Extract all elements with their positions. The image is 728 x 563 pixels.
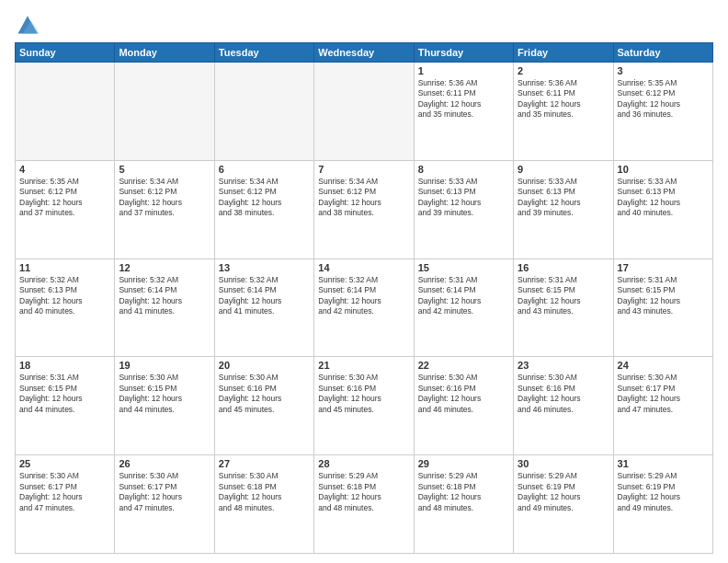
- calendar-header-monday: Monday: [115, 43, 214, 63]
- calendar-cell: 26Sunrise: 5:30 AM Sunset: 6:17 PM Dayli…: [115, 455, 214, 554]
- calendar-cell: 30Sunrise: 5:29 AM Sunset: 6:19 PM Dayli…: [514, 455, 613, 554]
- day-info: Sunrise: 5:29 AM Sunset: 6:19 PM Dayligh…: [618, 471, 709, 513]
- day-info: Sunrise: 5:32 AM Sunset: 6:14 PM Dayligh…: [219, 275, 310, 317]
- day-number: 19: [119, 360, 210, 371]
- calendar-header-wednesday: Wednesday: [314, 43, 414, 63]
- calendar-header-friday: Friday: [514, 43, 613, 63]
- day-info: Sunrise: 5:35 AM Sunset: 6:12 PM Dayligh…: [19, 177, 110, 219]
- calendar-cell: [115, 63, 214, 161]
- day-number: 4: [19, 164, 110, 175]
- calendar-week-row: 18Sunrise: 5:31 AM Sunset: 6:15 PM Dayli…: [16, 357, 713, 455]
- calendar-cell: 9Sunrise: 5:33 AM Sunset: 6:13 PM Daylig…: [514, 160, 613, 259]
- calendar-cell: 29Sunrise: 5:29 AM Sunset: 6:18 PM Dayli…: [414, 455, 513, 554]
- day-info: Sunrise: 5:30 AM Sunset: 6:17 PM Dayligh…: [618, 373, 709, 415]
- day-info: Sunrise: 5:30 AM Sunset: 6:16 PM Dayligh…: [318, 373, 409, 415]
- day-info: Sunrise: 5:32 AM Sunset: 6:14 PM Dayligh…: [119, 275, 210, 317]
- day-number: 12: [119, 262, 210, 273]
- day-number: 25: [19, 458, 110, 469]
- calendar-cell: 3Sunrise: 5:35 AM Sunset: 6:12 PM Daylig…: [613, 63, 712, 161]
- day-number: 3: [618, 65, 709, 76]
- day-number: 17: [618, 262, 709, 273]
- calendar-cell: 14Sunrise: 5:32 AM Sunset: 6:14 PM Dayli…: [314, 259, 414, 357]
- calendar-header-thursday: Thursday: [414, 43, 513, 63]
- day-number: 26: [119, 458, 210, 469]
- calendar-cell: 1Sunrise: 5:36 AM Sunset: 6:11 PM Daylig…: [414, 63, 513, 161]
- calendar-cell: 2Sunrise: 5:36 AM Sunset: 6:11 PM Daylig…: [514, 63, 613, 161]
- calendar-header-sunday: Sunday: [16, 43, 115, 63]
- day-info: Sunrise: 5:34 AM Sunset: 6:12 PM Dayligh…: [318, 177, 409, 219]
- day-number: 2: [518, 65, 609, 76]
- day-info: Sunrise: 5:34 AM Sunset: 6:12 PM Dayligh…: [219, 177, 310, 219]
- calendar-week-row: 1Sunrise: 5:36 AM Sunset: 6:11 PM Daylig…: [16, 63, 713, 161]
- calendar-cell: 25Sunrise: 5:30 AM Sunset: 6:17 PM Dayli…: [16, 455, 115, 554]
- day-number: 8: [418, 164, 509, 175]
- day-info: Sunrise: 5:30 AM Sunset: 6:16 PM Dayligh…: [518, 373, 609, 415]
- day-number: 6: [219, 164, 310, 175]
- day-number: 27: [219, 458, 310, 469]
- calendar-cell: [214, 63, 313, 161]
- day-number: 21: [318, 360, 409, 371]
- day-info: Sunrise: 5:35 AM Sunset: 6:12 PM Dayligh…: [618, 78, 709, 121]
- day-info: Sunrise: 5:36 AM Sunset: 6:11 PM Dayligh…: [518, 78, 609, 121]
- day-number: 31: [618, 458, 709, 469]
- day-number: 23: [518, 360, 609, 371]
- day-number: 15: [418, 262, 509, 273]
- day-number: 14: [318, 262, 409, 273]
- day-info: Sunrise: 5:33 AM Sunset: 6:13 PM Dayligh…: [518, 177, 609, 219]
- calendar-cell: 13Sunrise: 5:32 AM Sunset: 6:14 PM Dayli…: [214, 259, 313, 357]
- calendar-cell: 23Sunrise: 5:30 AM Sunset: 6:16 PM Dayli…: [514, 357, 613, 455]
- calendar-cell: 11Sunrise: 5:32 AM Sunset: 6:13 PM Dayli…: [16, 259, 115, 357]
- calendar-week-row: 25Sunrise: 5:30 AM Sunset: 6:17 PM Dayli…: [16, 455, 713, 554]
- page-container: SundayMondayTuesdayWednesdayThursdayFrid…: [0, 0, 728, 563]
- calendar-cell: 15Sunrise: 5:31 AM Sunset: 6:14 PM Dayli…: [414, 259, 513, 357]
- calendar-cell: 28Sunrise: 5:29 AM Sunset: 6:18 PM Dayli…: [314, 455, 414, 554]
- day-info: Sunrise: 5:29 AM Sunset: 6:18 PM Dayligh…: [318, 471, 409, 513]
- day-number: 30: [518, 458, 609, 469]
- day-number: 1: [418, 65, 509, 76]
- calendar-cell: 31Sunrise: 5:29 AM Sunset: 6:19 PM Dayli…: [613, 455, 712, 554]
- calendar-cell: 6Sunrise: 5:34 AM Sunset: 6:12 PM Daylig…: [214, 160, 313, 259]
- calendar-cell: 21Sunrise: 5:30 AM Sunset: 6:16 PM Dayli…: [314, 357, 414, 455]
- day-number: 5: [119, 164, 210, 175]
- day-number: 20: [219, 360, 310, 371]
- logo-icon: [15, 11, 40, 37]
- page-header: [15, 11, 713, 37]
- day-number: 29: [418, 458, 509, 469]
- day-info: Sunrise: 5:31 AM Sunset: 6:15 PM Dayligh…: [518, 275, 609, 317]
- calendar-cell: 4Sunrise: 5:35 AM Sunset: 6:12 PM Daylig…: [16, 160, 115, 259]
- calendar-table: SundayMondayTuesdayWednesdayThursdayFrid…: [15, 42, 713, 554]
- day-number: 28: [318, 458, 409, 469]
- day-info: Sunrise: 5:34 AM Sunset: 6:12 PM Dayligh…: [119, 177, 210, 219]
- calendar-cell: 20Sunrise: 5:30 AM Sunset: 6:16 PM Dayli…: [214, 357, 313, 455]
- calendar-cell: [16, 63, 115, 161]
- calendar-cell: 27Sunrise: 5:30 AM Sunset: 6:18 PM Dayli…: [214, 455, 313, 554]
- day-info: Sunrise: 5:30 AM Sunset: 6:17 PM Dayligh…: [119, 471, 210, 513]
- calendar-cell: 24Sunrise: 5:30 AM Sunset: 6:17 PM Dayli…: [613, 357, 712, 455]
- day-number: 18: [19, 360, 110, 371]
- day-info: Sunrise: 5:30 AM Sunset: 6:16 PM Dayligh…: [219, 373, 310, 415]
- day-info: Sunrise: 5:30 AM Sunset: 6:15 PM Dayligh…: [119, 373, 210, 415]
- day-number: 16: [518, 262, 609, 273]
- day-info: Sunrise: 5:30 AM Sunset: 6:16 PM Dayligh…: [418, 373, 509, 415]
- calendar-week-row: 11Sunrise: 5:32 AM Sunset: 6:13 PM Dayli…: [16, 259, 713, 357]
- day-info: Sunrise: 5:33 AM Sunset: 6:13 PM Dayligh…: [418, 177, 509, 219]
- calendar-header-row: SundayMondayTuesdayWednesdayThursdayFrid…: [16, 43, 713, 63]
- day-number: 13: [219, 262, 310, 273]
- day-info: Sunrise: 5:29 AM Sunset: 6:19 PM Dayligh…: [518, 471, 609, 513]
- day-info: Sunrise: 5:31 AM Sunset: 6:15 PM Dayligh…: [618, 275, 709, 317]
- calendar-cell: 16Sunrise: 5:31 AM Sunset: 6:15 PM Dayli…: [514, 259, 613, 357]
- calendar-cell: 22Sunrise: 5:30 AM Sunset: 6:16 PM Dayli…: [414, 357, 513, 455]
- calendar-header-saturday: Saturday: [613, 43, 712, 63]
- day-info: Sunrise: 5:36 AM Sunset: 6:11 PM Dayligh…: [418, 78, 509, 121]
- calendar-cell: 18Sunrise: 5:31 AM Sunset: 6:15 PM Dayli…: [16, 357, 115, 455]
- day-info: Sunrise: 5:31 AM Sunset: 6:14 PM Dayligh…: [418, 275, 509, 317]
- day-number: 24: [618, 360, 709, 371]
- day-info: Sunrise: 5:31 AM Sunset: 6:15 PM Dayligh…: [19, 373, 110, 415]
- calendar-cell: 7Sunrise: 5:34 AM Sunset: 6:12 PM Daylig…: [314, 160, 414, 259]
- day-info: Sunrise: 5:32 AM Sunset: 6:14 PM Dayligh…: [318, 275, 409, 317]
- calendar-week-row: 4Sunrise: 5:35 AM Sunset: 6:12 PM Daylig…: [16, 160, 713, 259]
- calendar-cell: 5Sunrise: 5:34 AM Sunset: 6:12 PM Daylig…: [115, 160, 214, 259]
- day-info: Sunrise: 5:33 AM Sunset: 6:13 PM Dayligh…: [618, 177, 709, 219]
- calendar-cell: 12Sunrise: 5:32 AM Sunset: 6:14 PM Dayli…: [115, 259, 214, 357]
- calendar-cell: [314, 63, 414, 161]
